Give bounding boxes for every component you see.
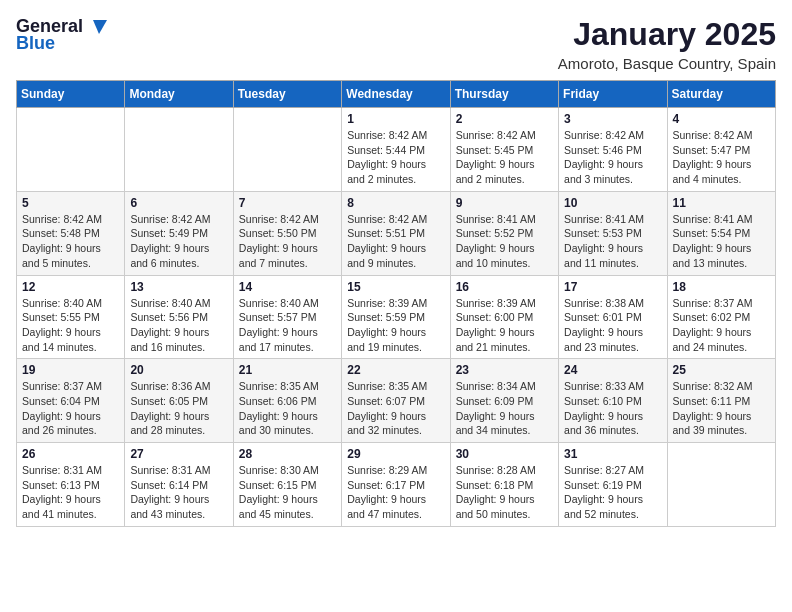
- sunset-text: Sunset: 6:15 PM: [239, 478, 336, 493]
- sunrise-text: Sunrise: 8:33 AM: [564, 379, 661, 394]
- sunrise-text: Sunrise: 8:35 AM: [347, 379, 444, 394]
- sunrise-text: Sunrise: 8:40 AM: [130, 296, 227, 311]
- sunrise-text: Sunrise: 8:42 AM: [564, 128, 661, 143]
- daylight-text: Daylight: 9 hours and 50 minutes.: [456, 492, 553, 521]
- header-monday: Monday: [125, 81, 233, 108]
- sunset-text: Sunset: 6:02 PM: [673, 310, 770, 325]
- day-info: Sunrise: 8:41 AMSunset: 5:54 PMDaylight:…: [673, 212, 770, 271]
- sunset-text: Sunset: 5:47 PM: [673, 143, 770, 158]
- sunrise-text: Sunrise: 8:42 AM: [239, 212, 336, 227]
- week-row-2: 5Sunrise: 8:42 AMSunset: 5:48 PMDaylight…: [17, 191, 776, 275]
- sunset-text: Sunset: 5:59 PM: [347, 310, 444, 325]
- weekday-header-row: Sunday Monday Tuesday Wednesday Thursday…: [17, 81, 776, 108]
- sunset-text: Sunset: 6:07 PM: [347, 394, 444, 409]
- cell-3-5: 16Sunrise: 8:39 AMSunset: 6:00 PMDayligh…: [450, 275, 558, 359]
- day-number: 5: [22, 196, 119, 210]
- cell-3-4: 15Sunrise: 8:39 AMSunset: 5:59 PMDayligh…: [342, 275, 450, 359]
- sunset-text: Sunset: 6:05 PM: [130, 394, 227, 409]
- day-number: 9: [456, 196, 553, 210]
- week-row-1: 1Sunrise: 8:42 AMSunset: 5:44 PMDaylight…: [17, 108, 776, 192]
- day-info: Sunrise: 8:31 AMSunset: 6:13 PMDaylight:…: [22, 463, 119, 522]
- daylight-text: Daylight: 9 hours and 30 minutes.: [239, 409, 336, 438]
- day-number: 1: [347, 112, 444, 126]
- cell-1-5: 2Sunrise: 8:42 AMSunset: 5:45 PMDaylight…: [450, 108, 558, 192]
- day-info: Sunrise: 8:40 AMSunset: 5:57 PMDaylight:…: [239, 296, 336, 355]
- sunset-text: Sunset: 5:57 PM: [239, 310, 336, 325]
- cell-2-4: 8Sunrise: 8:42 AMSunset: 5:51 PMDaylight…: [342, 191, 450, 275]
- daylight-text: Daylight: 9 hours and 47 minutes.: [347, 492, 444, 521]
- sunset-text: Sunset: 6:19 PM: [564, 478, 661, 493]
- daylight-text: Daylight: 9 hours and 43 minutes.: [130, 492, 227, 521]
- sunrise-text: Sunrise: 8:39 AM: [456, 296, 553, 311]
- day-number: 20: [130, 363, 227, 377]
- daylight-text: Daylight: 9 hours and 4 minutes.: [673, 157, 770, 186]
- day-number: 13: [130, 280, 227, 294]
- cell-4-5: 23Sunrise: 8:34 AMSunset: 6:09 PMDayligh…: [450, 359, 558, 443]
- cell-1-4: 1Sunrise: 8:42 AMSunset: 5:44 PMDaylight…: [342, 108, 450, 192]
- sunrise-text: Sunrise: 8:37 AM: [673, 296, 770, 311]
- day-info: Sunrise: 8:29 AMSunset: 6:17 PMDaylight:…: [347, 463, 444, 522]
- title-block: January 2025 Amoroto, Basque Country, Sp…: [558, 16, 776, 72]
- sunset-text: Sunset: 6:14 PM: [130, 478, 227, 493]
- daylight-text: Daylight: 9 hours and 19 minutes.: [347, 325, 444, 354]
- sunrise-text: Sunrise: 8:42 AM: [22, 212, 119, 227]
- day-info: Sunrise: 8:41 AMSunset: 5:53 PMDaylight:…: [564, 212, 661, 271]
- daylight-text: Daylight: 9 hours and 39 minutes.: [673, 409, 770, 438]
- day-info: Sunrise: 8:33 AMSunset: 6:10 PMDaylight:…: [564, 379, 661, 438]
- cell-3-2: 13Sunrise: 8:40 AMSunset: 5:56 PMDayligh…: [125, 275, 233, 359]
- sunset-text: Sunset: 5:45 PM: [456, 143, 553, 158]
- sunset-text: Sunset: 6:11 PM: [673, 394, 770, 409]
- sunrise-text: Sunrise: 8:37 AM: [22, 379, 119, 394]
- day-info: Sunrise: 8:32 AMSunset: 6:11 PMDaylight:…: [673, 379, 770, 438]
- day-number: 29: [347, 447, 444, 461]
- cell-5-4: 29Sunrise: 8:29 AMSunset: 6:17 PMDayligh…: [342, 443, 450, 527]
- sunset-text: Sunset: 5:48 PM: [22, 226, 119, 241]
- day-info: Sunrise: 8:31 AMSunset: 6:14 PMDaylight:…: [130, 463, 227, 522]
- daylight-text: Daylight: 9 hours and 28 minutes.: [130, 409, 227, 438]
- day-info: Sunrise: 8:42 AMSunset: 5:49 PMDaylight:…: [130, 212, 227, 271]
- day-info: Sunrise: 8:37 AMSunset: 6:02 PMDaylight:…: [673, 296, 770, 355]
- day-number: 22: [347, 363, 444, 377]
- cell-1-3: [233, 108, 341, 192]
- cell-3-6: 17Sunrise: 8:38 AMSunset: 6:01 PMDayligh…: [559, 275, 667, 359]
- calendar-title: January 2025: [558, 16, 776, 53]
- day-info: Sunrise: 8:36 AMSunset: 6:05 PMDaylight:…: [130, 379, 227, 438]
- day-info: Sunrise: 8:41 AMSunset: 5:52 PMDaylight:…: [456, 212, 553, 271]
- day-number: 10: [564, 196, 661, 210]
- sunset-text: Sunset: 5:49 PM: [130, 226, 227, 241]
- day-info: Sunrise: 8:38 AMSunset: 6:01 PMDaylight:…: [564, 296, 661, 355]
- daylight-text: Daylight: 9 hours and 41 minutes.: [22, 492, 119, 521]
- sunset-text: Sunset: 6:01 PM: [564, 310, 661, 325]
- sunset-text: Sunset: 5:54 PM: [673, 226, 770, 241]
- sunset-text: Sunset: 5:56 PM: [130, 310, 227, 325]
- day-number: 31: [564, 447, 661, 461]
- cell-3-1: 12Sunrise: 8:40 AMSunset: 5:55 PMDayligh…: [17, 275, 125, 359]
- day-number: 25: [673, 363, 770, 377]
- daylight-text: Daylight: 9 hours and 21 minutes.: [456, 325, 553, 354]
- cell-4-4: 22Sunrise: 8:35 AMSunset: 6:07 PMDayligh…: [342, 359, 450, 443]
- day-number: 23: [456, 363, 553, 377]
- day-info: Sunrise: 8:28 AMSunset: 6:18 PMDaylight:…: [456, 463, 553, 522]
- cell-5-3: 28Sunrise: 8:30 AMSunset: 6:15 PMDayligh…: [233, 443, 341, 527]
- day-number: 16: [456, 280, 553, 294]
- day-info: Sunrise: 8:42 AMSunset: 5:47 PMDaylight:…: [673, 128, 770, 187]
- cell-2-2: 6Sunrise: 8:42 AMSunset: 5:49 PMDaylight…: [125, 191, 233, 275]
- daylight-text: Daylight: 9 hours and 13 minutes.: [673, 241, 770, 270]
- logo: General Blue: [16, 16, 107, 54]
- daylight-text: Daylight: 9 hours and 11 minutes.: [564, 241, 661, 270]
- calendar-subtitle: Amoroto, Basque Country, Spain: [558, 55, 776, 72]
- sunrise-text: Sunrise: 8:42 AM: [130, 212, 227, 227]
- sunrise-text: Sunrise: 8:27 AM: [564, 463, 661, 478]
- sunrise-text: Sunrise: 8:29 AM: [347, 463, 444, 478]
- day-number: 28: [239, 447, 336, 461]
- daylight-text: Daylight: 9 hours and 32 minutes.: [347, 409, 444, 438]
- sunrise-text: Sunrise: 8:28 AM: [456, 463, 553, 478]
- day-number: 12: [22, 280, 119, 294]
- cell-2-6: 10Sunrise: 8:41 AMSunset: 5:53 PMDayligh…: [559, 191, 667, 275]
- sunrise-text: Sunrise: 8:42 AM: [456, 128, 553, 143]
- cell-5-6: 31Sunrise: 8:27 AMSunset: 6:19 PMDayligh…: [559, 443, 667, 527]
- daylight-text: Daylight: 9 hours and 16 minutes.: [130, 325, 227, 354]
- sunset-text: Sunset: 6:00 PM: [456, 310, 553, 325]
- daylight-text: Daylight: 9 hours and 24 minutes.: [673, 325, 770, 354]
- day-number: 2: [456, 112, 553, 126]
